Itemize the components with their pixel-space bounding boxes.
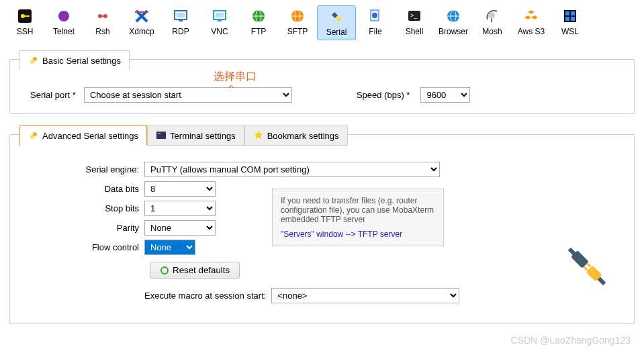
toolbar-wsl[interactable]: WSL — [551, 5, 590, 40]
macro-label: Execute macro at session start: — [144, 291, 266, 301]
xwin-icon — [134, 8, 150, 24]
svg-text:>_: >_ — [410, 12, 418, 19]
svg-rect-43 — [158, 133, 160, 134]
speed-label: Speed (bps) * — [357, 90, 410, 100]
plug-icon — [328, 9, 344, 25]
toolbar-awss3[interactable]: Aws S3 — [512, 5, 551, 40]
toolbar-label: VNC — [204, 27, 235, 36]
globe-icon — [289, 8, 306, 24]
toolbar-browser[interactable]: Browser — [434, 5, 473, 40]
svg-point-44 — [161, 267, 168, 274]
shell-icon: >_ — [406, 8, 422, 24]
toolbar-rdp[interactable]: RDP — [161, 5, 200, 40]
databits-select[interactable]: 8 — [144, 181, 216, 197]
toolbar-xdmcp[interactable]: Xdmcp — [122, 5, 161, 40]
basic-settings-panel: Basic Serial settings Serial port * Choo… — [9, 59, 635, 114]
toolbar-sftp[interactable]: SFTP — [278, 5, 317, 40]
monitor-icon — [173, 8, 189, 24]
databits-label: Data bits — [44, 184, 144, 194]
svg-point-31 — [488, 12, 495, 19]
terminal-icon — [156, 130, 167, 141]
star-icon — [253, 130, 264, 141]
toolbar-label: Browser — [438, 27, 469, 36]
toolbar-vnc[interactable]: VNC — [200, 5, 239, 40]
svg-rect-35 — [571, 11, 575, 15]
tftp-link: "Servers" window --> TFTP server — [281, 230, 435, 239]
toolbar-file[interactable]: File — [356, 5, 395, 40]
toolbar-mosh[interactable]: Mosh — [473, 5, 512, 40]
toolbar-serial[interactable]: Serial — [317, 5, 356, 40]
svg-rect-12 — [216, 13, 224, 17]
serial-port-label: Serial port * — [30, 90, 76, 100]
svg-rect-2 — [24, 15, 30, 17]
globe-icon — [250, 8, 267, 24]
flow-select[interactable]: None — [144, 240, 195, 255]
engine-label: Serial engine: — [44, 164, 144, 174]
speed-select[interactable]: 9600 — [420, 87, 470, 103]
toolbar-label: SSH — [9, 27, 40, 36]
rsh-icon — [95, 8, 111, 24]
svg-point-41 — [33, 132, 37, 136]
toolbar-rsh[interactable]: Rsh — [83, 5, 122, 40]
toolbar-label: Xdmcp — [126, 27, 157, 36]
tftp-info-box: If you need to transfer files (e.g. rout… — [272, 189, 444, 246]
tab-bookmark-settings[interactable]: Bookmark settings — [244, 126, 348, 146]
serial-plug-illustration — [557, 236, 617, 297]
toolbar-label: Serial — [322, 28, 351, 37]
refresh-icon — [160, 266, 169, 275]
svg-rect-36 — [565, 17, 569, 21]
toolbar-label: File — [360, 27, 391, 36]
toolbar-label: Telnet — [48, 27, 79, 36]
toolbar-ftp[interactable]: FTP — [239, 5, 278, 40]
toolbar-telnet[interactable]: Telnet — [44, 5, 83, 40]
svg-rect-48 — [583, 266, 588, 270]
toolbar-label: Aws S3 — [516, 27, 547, 36]
toolbar-label: FTP — [243, 27, 274, 36]
svg-rect-23 — [336, 17, 342, 22]
toolbar-label: RDP — [165, 27, 196, 36]
engine-select[interactable]: PuTTY (allows manual COM port setting) — [144, 162, 440, 177]
svg-rect-34 — [565, 11, 569, 15]
svg-rect-37 — [571, 17, 575, 21]
globe-icon — [445, 8, 461, 24]
svg-rect-42 — [156, 132, 166, 139]
reset-defaults-button[interactable]: Reset defaults — [150, 262, 240, 279]
svg-rect-20 — [332, 12, 338, 18]
svg-rect-9 — [177, 13, 185, 17]
svg-point-25 — [372, 13, 377, 18]
toolbar-label: Shell — [399, 27, 430, 36]
monitor-icon — [212, 8, 228, 24]
file-icon — [367, 8, 383, 24]
circle-icon — [56, 8, 72, 24]
svg-rect-13 — [218, 20, 222, 21]
tab-advanced-serial[interactable]: Advanced Serial settings — [19, 126, 147, 146]
dish-icon — [484, 8, 500, 24]
svg-point-3 — [58, 11, 69, 21]
parity-label: Parity — [44, 223, 144, 233]
cubes-icon — [523, 8, 539, 24]
svg-rect-47 — [586, 262, 591, 267]
advanced-settings-panel: Advanced Serial settings Terminal settin… — [9, 134, 635, 324]
flow-label: Flow control — [44, 242, 144, 252]
toolbar-shell[interactable]: >_Shell — [395, 5, 434, 40]
parity-select[interactable]: None — [144, 220, 216, 236]
toolbar-label: SFTP — [282, 27, 313, 36]
plug-icon — [28, 130, 39, 141]
svg-point-39 — [33, 57, 37, 61]
serial-port-select[interactable]: Choose at session start — [84, 87, 292, 103]
stopbits-select[interactable]: 1 — [144, 201, 216, 216]
basic-tab: Basic Serial settings — [19, 50, 130, 70]
macro-select[interactable]: <none> — [271, 288, 459, 303]
toolbar-label: Mosh — [477, 27, 508, 36]
stopbits-label: Stop bits — [44, 203, 144, 213]
csdn-watermark: CSDN @LaoZhangGong123 — [511, 335, 631, 346]
toolbar-label: Rsh — [87, 27, 118, 36]
tab-terminal-settings[interactable]: Terminal settings — [147, 126, 244, 146]
toolbar-label: WSL — [555, 27, 586, 36]
svg-rect-10 — [179, 20, 183, 21]
key-icon — [17, 8, 33, 24]
plug-icon — [28, 55, 39, 66]
toolbar-ssh[interactable]: SSH — [5, 5, 44, 40]
win-icon — [562, 8, 578, 24]
